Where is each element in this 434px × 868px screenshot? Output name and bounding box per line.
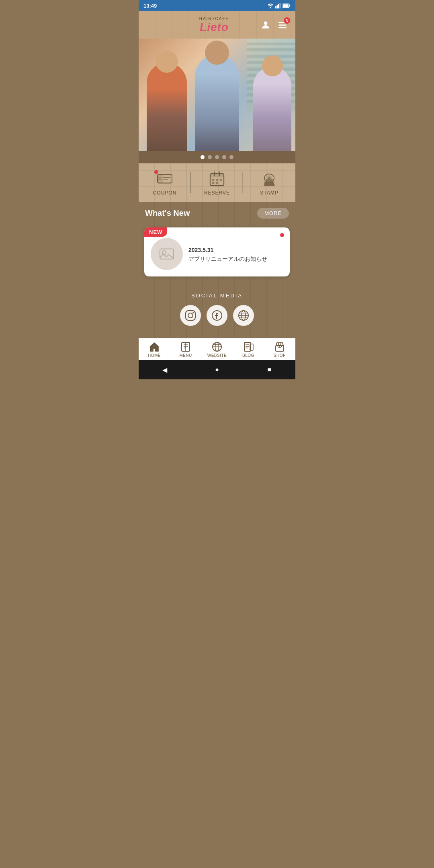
nav-website[interactable]: WEBSITE	[201, 342, 233, 358]
news-unread-dot	[280, 233, 284, 237]
android-navigation-bar: ◀ ● ■	[139, 360, 295, 379]
staff-figure-left	[147, 63, 187, 151]
news-text: アプリリニューアルのお知らせ	[188, 256, 283, 263]
svg-point-8	[264, 21, 268, 25]
header-logo: HAIR×CAFE Lieto	[169, 16, 259, 34]
svg-rect-2	[277, 5, 278, 8]
more-button[interactable]: MORE	[257, 208, 289, 219]
nav-home[interactable]: HOME	[139, 342, 170, 358]
user-icon	[260, 20, 271, 30]
header-icons: N	[259, 18, 289, 31]
android-recent-button[interactable]: ■	[265, 365, 274, 374]
svg-rect-7	[289, 5, 290, 7]
svg-rect-25	[220, 179, 222, 181]
svg-point-35	[162, 251, 166, 254]
svg-rect-36	[186, 311, 195, 320]
stamp-label: STAMP	[260, 190, 278, 196]
svg-rect-1	[275, 6, 276, 8]
svg-rect-15	[163, 177, 170, 178]
svg-rect-20	[210, 174, 224, 178]
whats-new-title: What's New	[145, 209, 190, 218]
status-bar: 13:49	[139, 0, 295, 11]
new-badge: NEW	[144, 227, 167, 237]
nav-menu-label: MENU	[179, 353, 192, 358]
facebook-button[interactable]	[207, 305, 227, 326]
header-subtitle: HAIR×CAFE	[169, 16, 259, 21]
svg-point-32	[268, 177, 271, 180]
website-nav-icon	[212, 342, 222, 352]
coupon-icon	[156, 170, 174, 188]
nav-menu[interactable]: MENU	[170, 342, 201, 358]
coupon-menu-item[interactable]: COUPON	[139, 170, 191, 196]
instagram-icon	[185, 310, 196, 321]
svg-rect-23	[212, 179, 215, 181]
svg-rect-34	[160, 249, 174, 259]
website-social-button[interactable]	[233, 305, 254, 326]
svg-rect-16	[163, 179, 168, 180]
instagram-button[interactable]	[180, 305, 201, 326]
news-section: NEW 2023.5.31 アプリリニューアルのお知らせ	[139, 224, 295, 283]
signal-icon	[275, 3, 281, 8]
svg-rect-6	[283, 4, 289, 7]
nav-home-label: HOME	[148, 353, 161, 358]
staff-figure-center	[195, 55, 239, 151]
battery-icon	[283, 3, 291, 8]
photo-placeholder-icon	[160, 247, 174, 261]
carousel-dot-2[interactable]	[208, 155, 212, 159]
reserve-label: RESERVE	[204, 190, 230, 196]
status-time: 13:49	[143, 3, 157, 9]
hamburger-menu-button[interactable]: N	[276, 18, 289, 31]
news-card[interactable]: NEW 2023.5.31 アプリリニューアルのお知らせ	[144, 227, 290, 276]
whats-new-header: What's New MORE	[139, 202, 295, 224]
news-date: 2023.5.31	[188, 247, 283, 253]
status-icons	[267, 3, 291, 8]
svg-rect-33	[264, 184, 275, 186]
carousel-dot-3[interactable]	[215, 155, 219, 159]
svg-point-0	[270, 7, 271, 8]
notification-badge: N	[284, 17, 290, 24]
stamp-icon	[260, 170, 278, 188]
carousel-dots	[139, 151, 295, 163]
news-content: 2023.5.31 アプリリニューアルのお知らせ	[188, 241, 283, 263]
facebook-icon	[211, 310, 223, 321]
user-profile-button[interactable]	[259, 18, 272, 31]
carousel-dot-4[interactable]	[222, 155, 226, 159]
social-icons-row	[145, 305, 289, 326]
social-media-title: SOCIAL MEDIA	[145, 293, 289, 299]
nav-website-label: WEBSITE	[207, 353, 227, 358]
svg-rect-24	[216, 179, 218, 181]
svg-rect-18	[158, 179, 162, 180]
icon-menu: COUPON RESERVE	[139, 163, 295, 202]
svg-rect-17	[158, 177, 162, 178]
svg-rect-4	[280, 3, 281, 8]
news-thumbnail	[151, 238, 183, 270]
nav-blog[interactable]: BLOG	[233, 342, 264, 358]
nav-shop-label: SHOP	[274, 353, 286, 358]
svg-rect-3	[278, 4, 279, 8]
coupon-label: COUPON	[153, 190, 177, 196]
nav-shop[interactable]: SHOP	[264, 342, 295, 358]
stamp-menu-item[interactable]: STAMP	[243, 170, 295, 196]
staff-figure-right	[253, 67, 291, 151]
carousel-dot-5[interactable]	[229, 155, 233, 159]
svg-point-37	[188, 313, 193, 318]
android-home-button[interactable]: ●	[213, 365, 221, 374]
hero-image	[139, 39, 295, 151]
blog-icon	[243, 342, 254, 352]
android-back-button[interactable]: ◀	[160, 365, 169, 374]
svg-rect-27	[216, 182, 218, 184]
shop-icon	[274, 342, 285, 352]
bottom-navigation: HOME MENU WEBSITE BLOG	[139, 338, 295, 360]
reserve-icon	[208, 170, 226, 188]
svg-rect-11	[278, 27, 287, 28]
nav-blog-label: BLOG	[242, 353, 254, 358]
globe-icon	[238, 310, 249, 321]
menu-book-icon	[180, 342, 191, 352]
svg-rect-26	[212, 182, 215, 184]
svg-point-38	[193, 312, 194, 313]
header: HAIR×CAFE Lieto N	[139, 11, 295, 39]
carousel-dot-1[interactable]	[201, 155, 205, 159]
social-section: SOCIAL MEDIA	[139, 283, 295, 338]
reserve-menu-item[interactable]: RESERVE	[191, 170, 243, 196]
coupon-notification-dot	[154, 170, 158, 174]
